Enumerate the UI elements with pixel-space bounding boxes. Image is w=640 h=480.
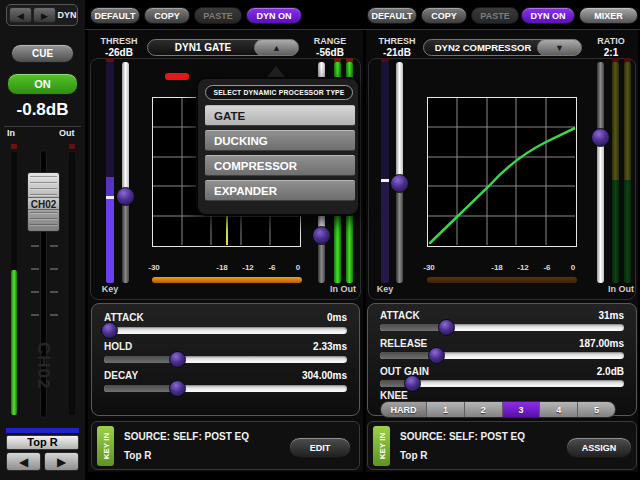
dyn1-attack-slider-knob[interactable]	[101, 322, 118, 339]
channel-prev-button[interactable]: ◀	[9, 7, 32, 23]
in-meter-fill	[11, 270, 17, 415]
dyn1-thresh-fader-track[interactable]	[122, 62, 129, 196]
dyn1-on-button[interactable]: DYN ON	[246, 7, 302, 24]
knee-5-button[interactable]: 5	[578, 402, 615, 417]
fader-level-value: -0.8dB	[0, 100, 85, 122]
dyn2-release-value: 187.00ms	[579, 338, 624, 349]
dyn2-copy-button[interactable]: COPY	[421, 7, 467, 24]
popup-option-gate[interactable]: GATE	[205, 105, 355, 126]
dyn1-thresh-fader-knob[interactable]	[116, 187, 135, 206]
dyn1-range-fader-knob[interactable]	[312, 226, 331, 245]
dyn2-type-arrow-icon[interactable]: ▼	[537, 39, 582, 56]
dyn2-attack-slider[interactable]	[380, 324, 624, 331]
dyn1-thresh-value: -26dB	[92, 47, 146, 58]
dyn2-thresh-fader-track-lower[interactable]	[396, 184, 403, 283]
dyn2-thresh-value: -21dB	[370, 47, 424, 58]
fader-tick	[50, 268, 58, 270]
dyn1-scale-tick: 0	[287, 263, 309, 272]
dyn2-release-slider-knob[interactable]	[428, 347, 445, 364]
knee-4-button[interactable]: 4	[540, 402, 578, 417]
dyn1-attack-slider[interactable]	[104, 327, 347, 334]
tab-dyn[interactable]: DYN	[56, 5, 78, 25]
dyn2-release-label: RELEASE	[380, 338, 427, 349]
dyn2-type-label: DYN2 COMPRESSOR	[424, 40, 542, 57]
dyn2-release-slider[interactable]	[380, 352, 624, 359]
dyn2-scale-tick: -18	[486, 263, 508, 272]
dyn1-range-label: RANGE	[300, 36, 360, 46]
dyn1-hold-slider-knob[interactable]	[169, 351, 186, 368]
dyn1-keyin-edit-button[interactable]: EDIT	[289, 437, 351, 458]
dyn1-decay-value: 304.00ms	[302, 370, 347, 381]
dyn1-hold-label: HOLD	[104, 341, 132, 352]
in-meter-label: In	[7, 128, 15, 138]
fader-tick	[50, 291, 58, 293]
divider	[4, 126, 81, 127]
dyn2-ratio-fader-track-upper[interactable]	[597, 62, 604, 137]
dyn1-key-meter	[106, 62, 114, 177]
dyn2-key-meter	[381, 62, 389, 179]
dyn2-in-meter-green-zone	[612, 180, 619, 283]
popup-option-ducking[interactable]: DUCKING	[205, 130, 355, 151]
dyn1-key-meter-fill	[106, 177, 114, 196]
dyn1-thresh-fader-track-lower[interactable]	[122, 196, 129, 283]
channel-right-arrow-button[interactable]: ▶	[44, 452, 79, 471]
dyn1-attack-value: 0ms	[327, 312, 347, 323]
processor-type-popup: SELECT DYNAMIC PROCESSOR TYPE GATE DUCKI…	[196, 77, 360, 216]
dyn2-outgain-slider[interactable]	[380, 380, 624, 387]
knee-2-button[interactable]: 2	[465, 402, 503, 417]
dyn2-type-dropdown[interactable]: DYN2 COMPRESSOR ▼	[423, 39, 581, 56]
dyn1-paste-button[interactable]: PASTE	[194, 7, 242, 24]
channel-watermark: CH02	[33, 342, 53, 368]
channel-on-button[interactable]: ON	[7, 73, 78, 95]
fader-tick	[31, 291, 39, 293]
dyn1-scale-tick: -12	[237, 263, 259, 272]
knee-1-button[interactable]: 1	[427, 402, 465, 417]
dyn2-ratio-value: 2:1	[584, 47, 638, 58]
dyn1-copy-button[interactable]: COPY	[144, 7, 190, 24]
out-clip-indicator	[69, 144, 75, 149]
dyn2-keyin-tab: KEY IN	[373, 426, 390, 466]
dyn2-paste-button[interactable]: PASTE	[471, 7, 519, 24]
out-level-meter	[69, 152, 75, 415]
dyn1-default-button[interactable]: DEFAULT	[90, 7, 140, 24]
dyn1-range-value: -56dB	[300, 47, 360, 58]
dyn2-keyin-panel: KEY IN SOURCE: SELF: POST EQ Top R ASSIG…	[367, 421, 637, 470]
dyn2-attack-slider-knob[interactable]	[438, 319, 455, 336]
dyn1-keyin-source: SOURCE: SELF: POST EQ	[124, 431, 249, 442]
dyn1-type-arrow-icon[interactable]: ▲	[254, 39, 299, 56]
knee-3-button[interactable]: 3	[503, 402, 541, 417]
dyn1-decay-slider[interactable]	[104, 385, 347, 392]
fader-tick	[31, 314, 39, 316]
channel-sidebar: ◀ ▶ DYN CUE ON -0.8dB In Out CH02 CH02 T…	[0, 0, 85, 480]
fader-cap-label: CH02	[28, 197, 59, 210]
dyn1-keyin-tab-label: KEY IN	[101, 433, 110, 460]
dyn1-decay-slider-knob[interactable]	[169, 380, 186, 397]
dyn2-thresh-fader-track[interactable]	[396, 62, 403, 184]
popup-option-expander[interactable]: EXPANDER	[205, 180, 355, 201]
dyn2-keyin-assign-button[interactable]: ASSIGN	[566, 437, 632, 458]
channel-left-arrow-button[interactable]: ◀	[6, 452, 41, 471]
dyn1-hold-slider[interactable]	[104, 356, 347, 363]
channel-next-button[interactable]: ▶	[33, 7, 56, 23]
dyn2-key-label: Key	[373, 284, 397, 294]
dyn1-type-dropdown[interactable]: DYN1 GATE ▲	[147, 39, 298, 56]
dyn2-on-button[interactable]: DYN ON	[521, 7, 575, 24]
dyn2-graph-grid	[428, 98, 575, 245]
dyn1-type-label: DYN1 GATE	[148, 40, 258, 57]
dyn1-in-out-label: In Out	[326, 284, 360, 294]
dyn1-hold-value: 2.33ms	[313, 341, 347, 352]
dyn1-thresh-label: THRESH	[92, 36, 146, 46]
mixer-button[interactable]: MIXER	[579, 7, 638, 24]
dyn2-ratio-fader-knob[interactable]	[591, 128, 610, 147]
dyn2-attack-slider-fill	[380, 324, 446, 331]
cue-button[interactable]: CUE	[11, 44, 74, 63]
dyn1-gain-reduction-meter	[165, 73, 189, 80]
dyn2-default-button[interactable]: DEFAULT	[367, 7, 417, 24]
channel-fader-handle[interactable]: CH02	[27, 172, 60, 232]
channel-nav-group: ◀ ▶ DYN	[6, 4, 78, 26]
dyn2-ratio-fader-track[interactable]	[597, 137, 604, 283]
fader-tick	[50, 245, 58, 247]
dyn2-thresh-fader-knob[interactable]	[390, 174, 409, 193]
popup-option-compressor[interactable]: COMPRESSOR	[205, 155, 355, 176]
knee-hard-button[interactable]: HARD	[381, 402, 427, 417]
